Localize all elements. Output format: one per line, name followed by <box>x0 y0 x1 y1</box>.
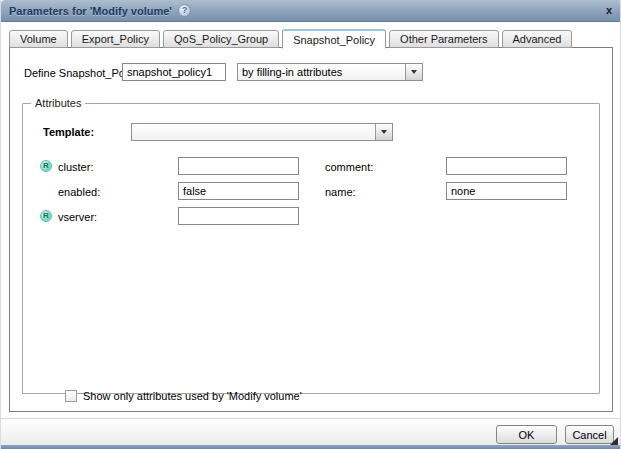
tab-other-parameters[interactable]: Other Parameters <box>389 30 498 48</box>
tab-export-policy[interactable]: Export_Policy <box>71 30 160 48</box>
tab-snapshot-policy[interactable]: Snapshot_Policy <box>282 29 386 49</box>
required-icon: R <box>40 160 52 172</box>
define-mode-dropdown-button[interactable] <box>405 64 422 80</box>
ok-button[interactable]: OK <box>496 425 557 444</box>
tab-volume[interactable]: Volume <box>9 30 68 48</box>
dialog-titlebar[interactable]: Parameters for 'Modify volume' ? x <box>1 0 621 22</box>
required-icon: R <box>40 210 52 222</box>
cancel-button[interactable]: Cancel <box>565 425 614 444</box>
cluster-input[interactable] <box>178 157 299 175</box>
show-only-attributes-label: Show only attributes used by 'Modify vol… <box>83 390 302 402</box>
attributes-legend: Attributes <box>31 97 85 109</box>
show-only-attributes-checkbox[interactable] <box>65 390 77 402</box>
dialog-footer: OK Cancel <box>1 418 621 446</box>
chevron-down-icon <box>411 70 417 74</box>
window-frame-bottom <box>1 445 621 449</box>
dialog-title: Parameters for 'Modify volume' <box>9 5 172 17</box>
name-label: name: <box>325 186 356 198</box>
chevron-down-icon <box>381 130 387 134</box>
parameter-tabs: Volume Export_Policy QoS_Policy_Group Sn… <box>9 29 575 48</box>
vserver-label: vserver: <box>58 211 97 223</box>
resize-grip[interactable] <box>610 437 618 445</box>
show-only-attributes-row: Show only attributes used by 'Modify vol… <box>65 390 302 402</box>
snapshot-policy-panel: Define Snapshot_Policy: by filling-in at… <box>9 47 613 412</box>
template-dropdown[interactable] <box>131 123 393 141</box>
comment-input[interactable] <box>446 157 567 175</box>
enabled-input[interactable] <box>178 182 299 200</box>
comment-label: comment: <box>325 161 373 173</box>
define-mode-dropdown[interactable]: by filling-in attributes <box>237 63 423 81</box>
enabled-label: enabled: <box>58 186 100 198</box>
vserver-input[interactable] <box>178 207 299 225</box>
snapshot-policy-name-input[interactable] <box>122 63 226 81</box>
help-icon[interactable]: ? <box>178 4 191 17</box>
name-input[interactable] <box>446 182 567 200</box>
template-label: Template: <box>43 126 94 138</box>
define-mode-dropdown-value: by filling-in attributes <box>238 64 405 80</box>
attributes-group: Attributes Template: R cluster: comment:… <box>22 97 600 394</box>
close-icon[interactable]: x <box>604 5 614 16</box>
template-dropdown-button[interactable] <box>375 124 392 140</box>
tab-qos-policy-group[interactable]: QoS_Policy_Group <box>163 30 279 48</box>
template-dropdown-value <box>132 124 375 140</box>
parameters-dialog: Parameters for 'Modify volume' ? x Volum… <box>0 0 621 449</box>
cluster-label: cluster: <box>58 161 93 173</box>
tab-advanced[interactable]: Advanced <box>502 30 573 48</box>
